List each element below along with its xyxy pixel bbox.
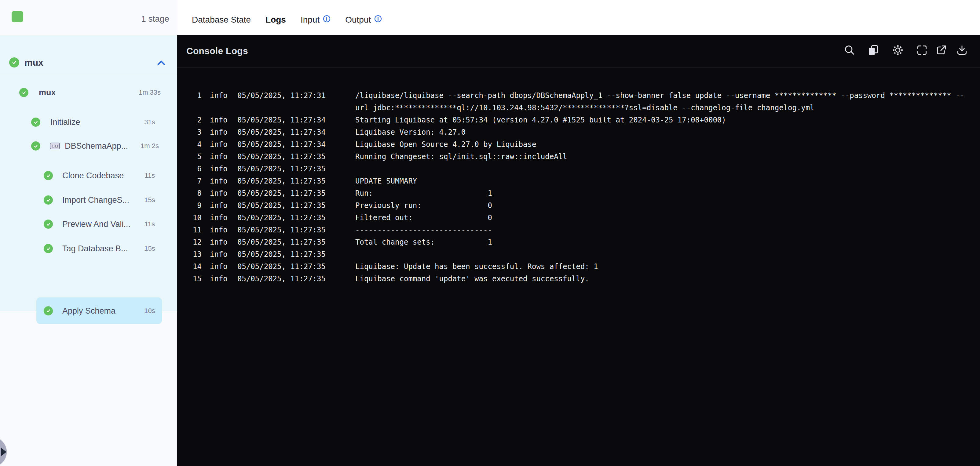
step-label: Tag Database B...: [62, 244, 128, 253]
log-message: Starting Liquibase at 05:57:34 (version …: [355, 116, 726, 124]
log-message: Liquibase command 'update' was executed …: [355, 275, 589, 283]
tab-label: Database State: [192, 15, 251, 25]
copy-icon[interactable]: [868, 45, 879, 56]
console-title: Console Logs: [186, 46, 248, 56]
step-row-dbschemaapp[interactable]: DBSchemaApp...1m 2s: [0, 134, 177, 158]
log-line-15: 15info05/05/2025, 11:27:35Liquibase comm…: [177, 273, 980, 285]
log-timestamp: 05/05/2025, 11:27:35: [237, 224, 326, 236]
fullscreen-icon[interactable]: [916, 45, 928, 56]
log-message: Liquibase Open Source 4.27.0 by Liquibas…: [355, 140, 536, 149]
step-duration: 15s: [136, 245, 164, 253]
log-level: info: [210, 163, 228, 175]
log-message: Liquibase Version: 4.27.0: [355, 128, 466, 137]
log-line-1: 1info05/05/2025, 11:27:31/liquibase/liqu…: [177, 89, 980, 102]
log-line-3: 3info05/05/2025, 11:27:34Liquibase Versi…: [177, 126, 980, 138]
tab-logs[interactable]: Logs: [266, 5, 286, 35]
log-line-12: 12info05/05/2025, 11:27:35Total change s…: [177, 236, 980, 248]
log-message: /liquibase/liquibase --search-path dbops…: [355, 91, 964, 100]
log-timestamp: 05/05/2025, 11:27:35: [237, 248, 326, 261]
log-level: info: [210, 224, 228, 236]
log-line-11: 11info05/05/2025, 11:27:35--------------…: [177, 224, 980, 236]
log-line-number: 9: [177, 199, 202, 212]
log-line-number: 13: [177, 248, 202, 261]
log-line-6: 6info05/05/2025, 11:27:35: [177, 163, 980, 175]
log-line-number: 5: [177, 151, 202, 163]
step-row-import-changes[interactable]: Import ChangeS...15s: [0, 188, 177, 212]
tab-database-state[interactable]: Database State: [192, 5, 251, 35]
search-icon[interactable]: [844, 45, 855, 56]
log-line-number: 7: [177, 175, 202, 187]
log-level: info: [210, 248, 228, 261]
log-level: info: [210, 212, 228, 224]
success-check-icon: [44, 219, 53, 229]
log-line-number: 12: [177, 236, 202, 248]
log-level: info: [210, 138, 228, 151]
success-check-icon: [44, 306, 53, 315]
log-timestamp: 05/05/2025, 11:27:35: [237, 273, 326, 285]
tab-input[interactable]: Input: [301, 5, 331, 35]
log-message: Liquibase: Update has been successful. R…: [355, 262, 598, 271]
log-line-number: 4: [177, 138, 202, 151]
log-message: url jdbc:**************ql://10.103.244.9…: [355, 103, 815, 112]
success-check-icon: [31, 142, 40, 151]
info-icon[interactable]: [320, 15, 331, 25]
step-row-clone-codebase[interactable]: Clone Codebase11s: [0, 163, 177, 188]
log-level: info: [210, 236, 228, 248]
stage-group-header[interactable]: mux: [0, 35, 177, 75]
step-duration: 31s: [136, 118, 164, 126]
log-line-13: 13info05/05/2025, 11:27:35: [177, 248, 980, 261]
log-level: info: [210, 273, 228, 285]
log-level: info: [210, 175, 228, 187]
stage-status-square-icon[interactable]: [12, 11, 23, 22]
open-in-new-icon[interactable]: [936, 45, 947, 56]
settings-icon[interactable]: [892, 45, 903, 56]
log-timestamp: 05/05/2025, 11:27:35: [237, 187, 326, 199]
log-message: Running Changeset: sql/init.sql::raw::in…: [355, 153, 567, 161]
expand-panel-button[interactable]: [0, 437, 7, 466]
log-line-number: 1: [177, 89, 202, 102]
tab-output[interactable]: Output: [345, 5, 382, 35]
step-row-mux[interactable]: mux1m 33s: [0, 80, 177, 105]
download-icon[interactable]: [956, 45, 967, 56]
log-line-number: 6: [177, 163, 202, 175]
step-label: Preview And Vali...: [62, 219, 130, 229]
log-line-number: 8: [177, 187, 202, 199]
info-icon[interactable]: [371, 15, 382, 25]
detail-tabs: Database StateLogsInputOutput: [177, 0, 980, 35]
tab-label: Logs: [266, 15, 286, 25]
log-timestamp: 05/05/2025, 11:27:35: [237, 175, 326, 187]
stage-panel: mux mux1m 33sInitialize31sDBSchemaApp...…: [0, 35, 177, 311]
chevron-up-icon[interactable]: [158, 60, 165, 67]
step-row-preview-and-vali[interactable]: Preview And Vali...11s: [0, 212, 177, 236]
log-timestamp: 05/05/2025, 11:27:35: [237, 236, 326, 248]
log-line-5: 5info05/05/2025, 11:27:35Running Changes…: [177, 151, 980, 163]
log-line-2: 2info05/05/2025, 11:27:34Starting Liquib…: [177, 114, 980, 126]
step-duration: 1m 2s: [136, 142, 164, 150]
log-timestamp: 05/05/2025, 11:27:34: [237, 138, 326, 151]
log-timestamp: 05/05/2025, 11:27:35: [237, 199, 326, 212]
success-check-icon: [44, 196, 53, 205]
success-check-icon: [31, 118, 40, 127]
log-message: Total change sets: 1: [355, 238, 492, 247]
log-line-10: 10info05/05/2025, 11:27:35Filtered out: …: [177, 212, 980, 224]
log-timestamp: 05/05/2025, 11:27:34: [237, 126, 326, 138]
log-message: -------------------------------: [355, 226, 492, 234]
step-row-apply-schema[interactable]: Apply Schema10s: [0, 297, 177, 324]
log-line-number: 11: [177, 224, 202, 236]
step-row-initialize[interactable]: Initialize31s: [0, 110, 177, 134]
step-duration: 15s: [136, 196, 164, 204]
log-line-14: 14info05/05/2025, 11:27:35Liquibase: Upd…: [177, 261, 980, 273]
tab-label: Input: [301, 15, 320, 25]
console-header: Console Logs: [177, 35, 980, 68]
log-line-7: 7info05/05/2025, 11:27:35UPDATE SUMMARY: [177, 175, 980, 187]
success-check-icon: [44, 244, 53, 253]
log-message: UPDATE SUMMARY: [355, 177, 417, 185]
step-tree: mux1m 33sInitialize31sDBSchemaApp...1m 2…: [0, 75, 177, 311]
step-label: Clone Codebase: [62, 171, 124, 180]
log-line-9: 9info05/05/2025, 11:27:35Previously run:…: [177, 199, 980, 212]
log-timestamp: 05/05/2025, 11:27:35: [237, 151, 326, 163]
pipeline-execution-page: 1 stage mux mux1m 33sInitialize31sDBSche…: [0, 0, 980, 466]
log-level: info: [210, 187, 228, 199]
step-row-tag-database-b[interactable]: Tag Database B...15s: [0, 236, 177, 261]
console-log-area[interactable]: 1info05/05/2025, 11:27:31/liquibase/liqu…: [177, 68, 980, 466]
